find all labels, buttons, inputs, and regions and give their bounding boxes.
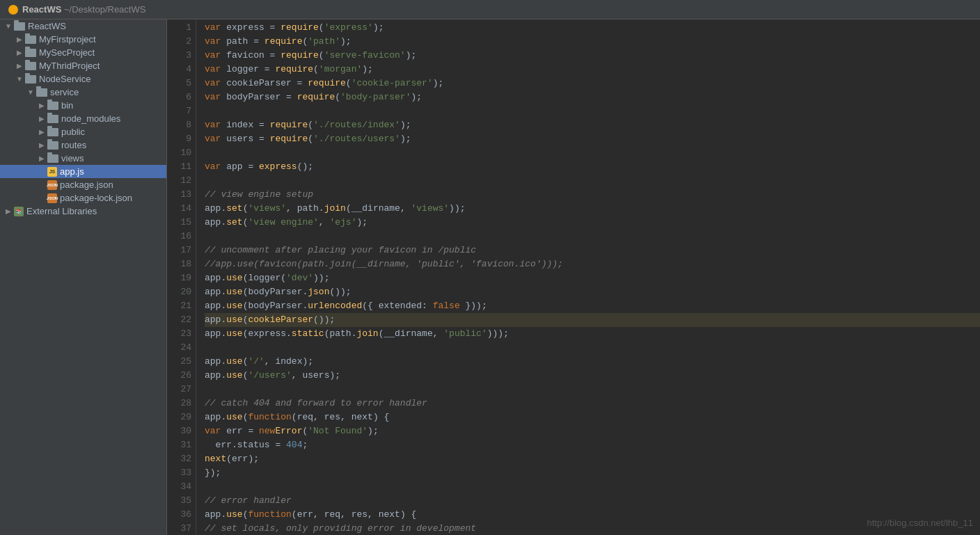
json-file-icon: JSON: [47, 180, 57, 190]
folder-icon: [47, 115, 58, 123]
code-line: var index = require('./routes/index');: [205, 118, 980, 132]
titlebar-title: ReactWS ~/Desktop/ReactWS: [22, 4, 145, 15]
js-file-icon: JS: [47, 167, 57, 177]
arrow-icon: ▶: [36, 115, 47, 122]
code-line: app.use(logger('dev'));: [205, 271, 980, 285]
folder-icon: [25, 49, 36, 57]
folder-icon: [47, 141, 58, 150]
app-icon: [8, 5, 18, 15]
sidebar-label: public: [61, 127, 85, 137]
arrow-icon: ▶: [14, 62, 25, 70]
sidebar-label: routes: [61, 140, 86, 150]
folder-icon: [14, 22, 25, 31]
code-line: [205, 341, 980, 355]
main-layout: ▼ ReactWS ▶ MyFirstproject ▶ MySecProjec…: [0, 19, 980, 535]
folder-icon: [47, 128, 58, 136]
sidebar-label: app.js: [60, 166, 84, 177]
sidebar-item-routes[interactable]: ▶ routes: [0, 138, 166, 152]
sidebar-item-mysecproject[interactable]: ▶ MySecProject: [0, 46, 166, 59]
code-line: // catch 404 and forward to error handle…: [205, 397, 980, 410]
titlebar: ReactWS ~/Desktop/ReactWS: [0, 0, 980, 19]
watermark: http://blog.csdn.net/lhb_11: [867, 518, 973, 528]
sidebar-item-appjs[interactable]: JS app.js: [0, 165, 166, 178]
code-line: app.use(bodyParser.urlencoded({ extended…: [205, 299, 980, 313]
folder-icon: [36, 88, 47, 97]
code-line: [205, 383, 980, 397]
arrow-icon: ▼: [3, 22, 14, 30]
code-line: app.set('view engine', 'ejs');: [205, 216, 980, 230]
sidebar-item-service[interactable]: ▼ service: [0, 86, 166, 99]
sidebar-item-root[interactable]: ▼ ReactWS: [0, 19, 166, 33]
code-line: });: [205, 466, 980, 480]
code-line: app.set('views', path.join(__dirname, 'v…: [205, 202, 980, 216]
line-numbers: 1234567891011121314151617181920212223242…: [167, 19, 196, 535]
code-line: var bodyParser = require('body-parser');: [205, 90, 980, 104]
code-line: err.status = 404;: [205, 438, 980, 452]
sidebar-label: bin: [61, 100, 73, 111]
sidebar-item-node-modules[interactable]: ▶ node_modules: [0, 112, 166, 125]
sidebar-item-bin[interactable]: ▶ bin: [0, 99, 166, 112]
arrow-icon: ▶: [36, 102, 47, 109]
sidebar-label: service: [50, 87, 79, 97]
folder-icon: [25, 62, 36, 70]
code-line: var cookieParser = require('cookie-parse…: [205, 77, 980, 90]
sidebar-item-packagejson[interactable]: JSON package.json: [0, 178, 166, 191]
sidebar-root-label: ReactWS: [28, 21, 66, 31]
sidebar-label: MyThridProject: [39, 61, 100, 71]
folder-icon: [25, 75, 36, 83]
code-content[interactable]: var express = require('express');var pat…: [196, 19, 980, 535]
sidebar: ▼ ReactWS ▶ MyFirstproject ▶ MySecProjec…: [0, 19, 167, 535]
code-area: 1234567891011121314151617181920212223242…: [167, 19, 980, 535]
sidebar-item-packagelockjson[interactable]: JSON package-lock.json: [0, 191, 166, 205]
json-file-icon: JSON: [47, 193, 57, 203]
code-line: // view engine setup: [205, 188, 980, 202]
code-line: [205, 174, 980, 188]
sidebar-label: MySecProject: [39, 47, 95, 58]
arrow-icon: ▶: [14, 49, 25, 56]
code-line: app.use(bodyParser.json());: [205, 285, 980, 299]
sidebar-label: views: [61, 153, 84, 163]
ext-icon: 📚: [14, 207, 24, 216]
sidebar-label: External Libraries: [26, 206, 97, 216]
arrow-icon: ▶: [36, 141, 47, 149]
code-line: var favicon = require('serve-favicon');: [205, 49, 980, 63]
code-line: var express = require('express');: [205, 21, 980, 35]
sidebar-label: package-lock.json: [60, 193, 132, 203]
code-line: var logger = require('morgan');: [205, 63, 980, 77]
sidebar-label: node_modules: [61, 113, 120, 124]
sidebar-item-mythridproject[interactable]: ▶ MyThridProject: [0, 59, 166, 72]
arrow-icon: ▶: [36, 128, 47, 136]
sidebar-item-external-libraries[interactable]: ▶ 📚 External Libraries: [0, 205, 166, 218]
sidebar-item-public[interactable]: ▶ public: [0, 125, 166, 138]
code-line: var users = require('./routes/users');: [205, 132, 980, 146]
code-line: [205, 146, 980, 160]
sidebar-label: package.json: [60, 179, 113, 190]
code-line: // set locals, only providing error in d…: [205, 522, 980, 535]
code-line: var app = express();: [205, 160, 980, 174]
folder-icon: [47, 154, 58, 163]
sidebar-label: NodeService: [39, 74, 90, 84]
code-line: // error handler: [205, 494, 980, 508]
code-line: app.use('/users', users);: [205, 369, 980, 383]
code-line: app.use(function(err, req, res, next) {: [205, 508, 980, 522]
code-line: var err = new Error('Not Found');: [205, 424, 980, 438]
folder-icon: [25, 35, 36, 44]
code-line: [205, 104, 980, 118]
code-line: // uncomment after placing your favicon …: [205, 243, 980, 257]
sidebar-item-myfirstproject[interactable]: ▶ MyFirstproject: [0, 33, 166, 46]
sidebar-label: MyFirstproject: [39, 34, 96, 45]
code-line: app.use(cookieParser());: [205, 313, 980, 327]
arrow-icon: ▼: [25, 88, 36, 96]
arrow-icon: ▼: [14, 75, 25, 83]
code-line: app.use('/', index);: [205, 355, 980, 369]
app-path: ~/Desktop/ReactWS: [64, 4, 145, 15]
code-line: [205, 480, 980, 494]
code-line: app.use(function(req, res, next) {: [205, 410, 980, 424]
code-line: app.use(express.static(path.join(__dirna…: [205, 327, 980, 341]
code-line: next(err);: [205, 452, 980, 466]
sidebar-item-views[interactable]: ▶ views: [0, 152, 166, 165]
code-line: //app.use(favicon(path.join(__dirname, '…: [205, 257, 980, 271]
app-name: ReactWS: [22, 4, 61, 15]
arrow-icon: ▶: [3, 207, 14, 215]
sidebar-item-nodeservice[interactable]: ▼ NodeService: [0, 72, 166, 86]
